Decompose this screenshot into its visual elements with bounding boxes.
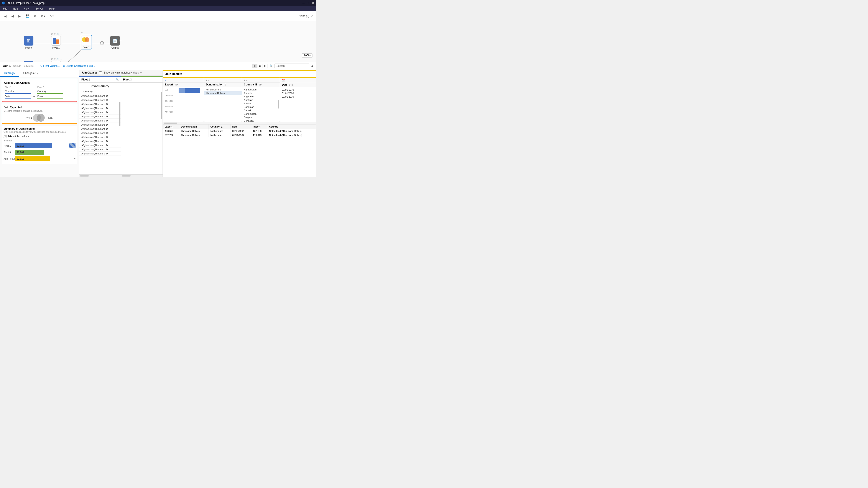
list-item[interactable]: Afghanistan(Thousand D [79,135,121,139]
add-clause-btn[interactable]: + [73,81,75,85]
summary-desc: Click the bar segments to view the inclu… [3,131,75,133]
list-item[interactable]: Afghanistan(Thousand D [79,115,121,119]
clause-right-1[interactable]: Country [37,89,63,94]
td-country-e-2: Netherlands [209,133,230,137]
list-item[interactable]: Afghanistan(Thousand D [79,152,121,156]
minimize-btn[interactable]: ─ [303,1,305,5]
result-dropdown[interactable]: ▾ [74,158,75,160]
country-e-scrollbar[interactable] [278,100,279,109]
close-btn[interactable]: ✕ [312,1,314,5]
collapse-btn[interactable]: ◀ [311,64,313,68]
view-grid-btn[interactable]: ⊞ [252,64,257,68]
date-2030[interactable]: 01/01/2030 [280,95,316,98]
venn-diagram[interactable] [33,114,46,122]
copy-btn[interactable]: ⧉ [33,13,38,19]
flow-node-join1[interactable]: ✏ Join 1 [81,35,92,50]
date-1970[interactable]: 01/01/1970 [280,88,316,92]
list-item[interactable]: Afghanistan(Thousand D [79,110,121,115]
list-item[interactable]: Afghanistan(Thousand D [79,94,121,98]
th-country[interactable]: Country [267,125,316,129]
flow-node-import[interactable]: ⊞ Import [24,36,33,49]
view-compact-btn[interactable]: ⊟ [262,64,268,68]
join-results-title: Join Results [165,72,182,75]
svg-text:+: + [101,41,103,45]
country-e-bahrain[interactable]: Bahrain [242,109,280,112]
filter-values-btn[interactable]: ▽ Filter Values... [40,64,60,67]
sidebar-toggle-btn[interactable]: ◀ [3,13,8,19]
join-result-bar[interactable]: 62,016 [16,156,50,161]
zoom-indicator: 100% [302,53,312,58]
th-denomination[interactable]: Denomination [179,125,209,129]
list-item[interactable]: Afghanistan(Thousand D [79,106,121,110]
pivot1-scrollbar[interactable] [119,102,120,126]
flow-node-export[interactable]: ⊞ Export [24,61,33,62]
menu-file[interactable]: File [2,7,8,11]
list-item[interactable]: Afghanistan(Thousand D [79,139,121,143]
th-date[interactable]: Date [230,125,251,129]
list-item[interactable]: Afghanistan(Thousand D [79,143,121,148]
search-input[interactable] [275,64,309,68]
pivot1-label: Pivot 1 [3,144,16,147]
list-item[interactable]: Afghanistan(Thousand D [79,148,121,152]
date-2000[interactable]: 01/01/2000 [280,92,316,95]
pivot1-search-icon[interactable]: 🔍 [116,78,119,81]
pivot1-list[interactable]: Afghanistan(Thousand D Afghanistan(Thous… [79,94,121,156]
mismatch-checkbox[interactable] [99,71,102,74]
country-e-australia[interactable]: Australia [242,98,280,102]
run-output-btn[interactable]: ▷ [119,39,121,42]
menu-server[interactable]: Server [34,7,44,11]
refresh-btn[interactable]: ↺▾ [39,13,46,19]
list-item[interactable]: Afghanistan(Thousand D [79,131,121,135]
menu-edit[interactable]: Edit [12,7,19,11]
country-e-bangladesh[interactable]: Bangladesh [242,112,280,116]
back-btn[interactable]: ◀ [10,13,15,19]
hatch-icon [3,135,7,137]
clause-left-1[interactable]: Country [5,89,31,94]
flow-node-output[interactable]: 📄 Output [110,36,120,49]
country-e-belgium[interactable]: Belgium [242,116,280,119]
list-item[interactable]: Afghanistan(Thousand D [79,119,121,123]
flow-node-pivot3[interactable]: ⊞▽🔗… Pivot 3 [51,61,61,62]
pivot1-bar[interactable]: 62,016 [16,143,52,148]
pivot1-h-scrollbar[interactable] [79,174,121,177]
save-btn[interactable]: 💾 [24,13,31,19]
list-item[interactable]: Afghanistan(Thousand D [79,127,121,131]
mismatch-dropdown[interactable]: ▾ [141,71,142,74]
tab-settings[interactable]: Settings [0,70,19,77]
pivot3-bar[interactable]: 46,784 [16,150,43,155]
cal-icon-date: 📅 [282,79,285,82]
td-country-1: Netherlands(Thousand Dollars) [267,129,316,133]
td-denomination-1: Thousand Dollars [179,129,209,133]
forward-btn[interactable]: ▶ [17,13,22,19]
country-e-bahamas[interactable]: Bahamas [242,105,280,109]
run-btn[interactable]: ▷▾ [49,13,55,19]
country-e-bermuda[interactable]: Bermuda [242,119,280,122]
join-venn[interactable]: Pivot 1 Pivot 3 [4,114,75,122]
denomination-million[interactable]: Million Dollars [204,88,242,91]
tab-changes[interactable]: Changes (1) [19,70,42,77]
pivot3-scrollbar[interactable] [161,92,162,119]
menu-flow[interactable]: Flow [23,7,31,11]
pivot3-list[interactable] [121,83,163,174]
country-e-anguilla[interactable]: Anguilla [242,91,280,95]
maximize-btn[interactable]: □ [307,1,309,5]
th-country-e[interactable]: Country_E [209,125,230,129]
country-e-argentina[interactable]: Argentina [242,95,280,98]
clause-left-2[interactable]: Date [5,95,31,99]
title-bar: 🔵 Tableau Prep Builder - data_prep* ─ □ … [0,0,316,6]
pivot3-h-scrollbar[interactable] [121,174,163,177]
country-e-afghanistan[interactable]: Afghanistan [242,88,280,91]
results-h-scrollbar[interactable] [163,122,316,124]
denomination-thousand[interactable]: Thousand Dollars [204,91,242,95]
th-import[interactable]: Import [251,125,267,129]
calc-field-btn[interactable]: ≡ Create Calculated Field... [63,64,95,67]
flow-node-pivot1[interactable]: ⊞▽🔗… Pivot 1 [51,36,61,49]
list-item[interactable]: Afghanistan(Thousand D [79,102,121,106]
menu-help[interactable]: Help [48,7,56,11]
list-item[interactable]: Afghanistan(Thousand D [79,123,121,127]
view-list-btn[interactable]: ≡ [257,64,262,68]
list-item[interactable]: Afghanistan(Thousand D [79,98,121,102]
country-e-austria[interactable]: Austria [242,102,280,105]
th-export[interactable]: Export [163,125,179,129]
clause-right-2[interactable]: Date [37,95,63,99]
